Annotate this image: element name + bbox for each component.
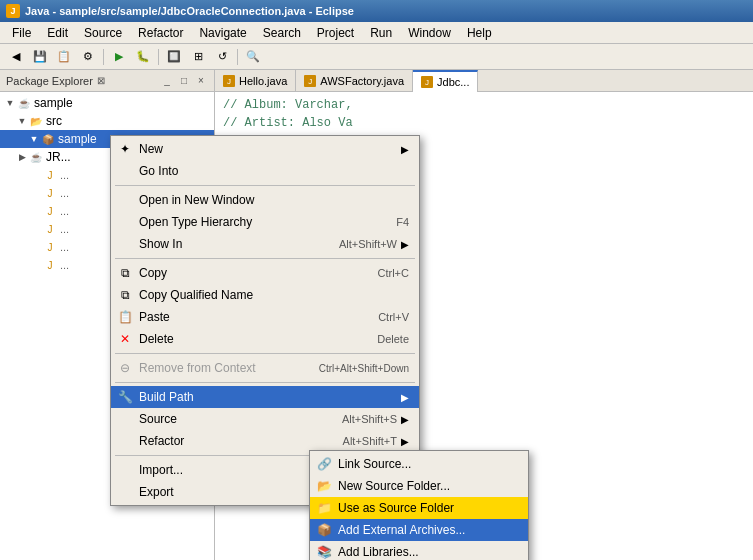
menu-navigate[interactable]: Navigate <box>191 22 254 43</box>
build-path-submenu: 🔗 Link Source... 📂 New Source Folder... … <box>309 450 529 560</box>
jre-icon: ☕ <box>28 149 44 165</box>
ctx-sep-1 <box>115 185 415 186</box>
new-arrow-icon: ▶ <box>401 144 409 155</box>
ctx-go-into[interactable]: Go Into <box>111 160 419 182</box>
package-explorer-title: Package Explorer <box>6 75 93 87</box>
aws-tab-label: AWSFactory.java <box>320 75 404 87</box>
menu-help[interactable]: Help <box>459 22 500 43</box>
toolbar-sep-1 <box>103 49 104 65</box>
jdbc-tab-icon: J <box>421 76 433 88</box>
new-source-folder-icon: 📂 <box>316 478 332 494</box>
toolbar-btn-10[interactable]: 🔍 <box>242 47 264 67</box>
show-in-shortcut: Alt+Shift+W <box>339 238 397 250</box>
ctx-remove-context[interactable]: ⊖ Remove from Context Ctrl+Alt+Shift+Dow… <box>111 357 419 379</box>
toolbar-sep-2 <box>158 49 159 65</box>
toolbar: ◀ 💾 📋 ⚙ ▶ 🐛 🔲 ⊞ ↺ 🔍 <box>0 44 753 70</box>
ctx-delete-label: Delete <box>139 332 174 346</box>
close-panel-btn[interactable]: × <box>194 74 208 88</box>
ctx-paste[interactable]: 📋 Paste Ctrl+V <box>111 306 419 328</box>
submenu-new-source-folder[interactable]: 📂 New Source Folder... <box>310 475 528 497</box>
java-file-icon: J <box>42 167 58 183</box>
submenu-use-source-folder[interactable]: 📁 Use as Source Folder <box>310 497 528 519</box>
submenu-add-libraries-label: Add Libraries... <box>338 545 419 559</box>
menu-source[interactable]: Source <box>76 22 130 43</box>
build-path-icon: 🔧 <box>117 389 133 405</box>
menu-run[interactable]: Run <box>362 22 400 43</box>
tab-aws-factory[interactable]: J AWSFactory.java <box>296 70 413 92</box>
ctx-go-into-label: Go Into <box>139 164 178 178</box>
src-folder-icon: 📂 <box>28 113 44 129</box>
java-file3-icon: J <box>42 203 58 219</box>
source-arrow-icon: ▶ <box>401 414 409 425</box>
tab-jdbc[interactable]: J Jdbc... <box>413 70 478 92</box>
toolbar-btn-3[interactable]: 📋 <box>53 47 75 67</box>
ctx-show-in-label: Show In <box>139 237 182 251</box>
panel-badge: ⊠ <box>97 75 105 86</box>
ctx-copy-qualified-name-label: Copy Qualified Name <box>139 288 253 302</box>
hello-tab-icon: J <box>223 75 235 87</box>
toolbar-debug-btn[interactable]: 🐛 <box>132 47 154 67</box>
submenu-link-source-label: Link Source... <box>338 457 411 471</box>
ctx-build-path[interactable]: 🔧 Build Path ▶ <box>111 386 419 408</box>
ctx-source[interactable]: Source Alt+Shift+S ▶ <box>111 408 419 430</box>
submenu-add-external-archives[interactable]: 📦 Add External Archives... <box>310 519 528 541</box>
tree-item-sample[interactable]: ▼ ☕ sample <box>0 94 214 112</box>
toolbar-back-btn[interactable]: ◀ <box>5 47 27 67</box>
submenu-add-libraries[interactable]: 📚 Add Libraries... <box>310 541 528 560</box>
java-file5-icon: J <box>42 239 58 255</box>
ctx-new[interactable]: ✦ New ▶ <box>111 138 419 160</box>
menu-project[interactable]: Project <box>309 22 362 43</box>
use-source-folder-icon: 📁 <box>316 500 332 516</box>
minimize-panel-btn[interactable]: _ <box>160 74 174 88</box>
ctx-copy-qualified-name[interactable]: ⧉ Copy Qualified Name <box>111 284 419 306</box>
toolbar-btn-9[interactable]: ↺ <box>211 47 233 67</box>
submenu-link-source[interactable]: 🔗 Link Source... <box>310 453 528 475</box>
menu-file[interactable]: File <box>4 22 39 43</box>
paste-icon: 📋 <box>117 309 133 325</box>
copy-qualified-name-icon: ⧉ <box>117 287 133 303</box>
package-explorer-header: Package Explorer ⊠ _ □ × <box>0 70 214 92</box>
show-in-arrow-icon: ▶ <box>401 239 409 250</box>
submenu-use-source-folder-label: Use as Source Folder <box>338 501 454 515</box>
paste-shortcut: Ctrl+V <box>378 311 409 323</box>
add-libraries-icon: 📚 <box>316 544 332 560</box>
menu-search[interactable]: Search <box>255 22 309 43</box>
ctx-show-in[interactable]: Show In Alt+Shift+W ▶ <box>111 233 419 255</box>
menu-edit[interactable]: Edit <box>39 22 76 43</box>
expand-pkg-icon: ▼ <box>28 133 40 145</box>
toolbar-run-btn[interactable]: ▶ <box>108 47 130 67</box>
ctx-sep-3 <box>115 353 415 354</box>
ctx-refactor[interactable]: Refactor Alt+Shift+T ▶ <box>111 430 419 452</box>
expand-sample-icon: ▼ <box>4 97 16 109</box>
ctx-open-type-hierarchy[interactable]: Open Type Hierarchy F4 <box>111 211 419 233</box>
toolbar-btn-8[interactable]: ⊞ <box>187 47 209 67</box>
tab-hello-java[interactable]: J Hello.java <box>215 70 296 92</box>
code-line-1: // Album: Varchar, <box>223 96 745 114</box>
ctx-open-type-hierarchy-label: Open Type Hierarchy <box>139 215 252 229</box>
tree-item-src[interactable]: ▼ 📂 src <box>0 112 214 130</box>
java-file6-icon: J <box>42 257 58 273</box>
toolbar-save-btn[interactable]: 💾 <box>29 47 51 67</box>
menu-window[interactable]: Window <box>400 22 459 43</box>
ctx-open-new-window[interactable]: Open in New Window <box>111 189 419 211</box>
java-file4-icon: J <box>42 221 58 237</box>
menu-refactor[interactable]: Refactor <box>130 22 191 43</box>
expand-jre-icon: ▶ <box>16 151 28 163</box>
editor-tabs: J Hello.java J AWSFactory.java J Jdbc... <box>215 70 753 92</box>
ctx-export-label: Export <box>139 485 174 499</box>
toolbar-btn-7[interactable]: 🔲 <box>163 47 185 67</box>
ctx-refactor-label: Refactor <box>139 434 184 448</box>
window-title: Java - sample/src/sample/JdbcOracleConne… <box>25 5 354 17</box>
ctx-delete[interactable]: ✕ Delete Delete <box>111 328 419 350</box>
toolbar-btn-4[interactable]: ⚙ <box>77 47 99 67</box>
title-bar: J Java - sample/src/sample/JdbcOracleCon… <box>0 0 753 22</box>
ctx-build-path-label: Build Path <box>139 390 194 404</box>
link-source-icon: 🔗 <box>316 456 332 472</box>
delete-icon: ✕ <box>117 331 133 347</box>
ctx-new-label: New <box>139 142 163 156</box>
delete-shortcut: Delete <box>377 333 409 345</box>
ctx-copy-label: Copy <box>139 266 167 280</box>
maximize-panel-btn[interactable]: □ <box>177 74 191 88</box>
expand-src-icon: ▼ <box>16 115 28 127</box>
ctx-copy[interactable]: ⧉ Copy Ctrl+C <box>111 262 419 284</box>
